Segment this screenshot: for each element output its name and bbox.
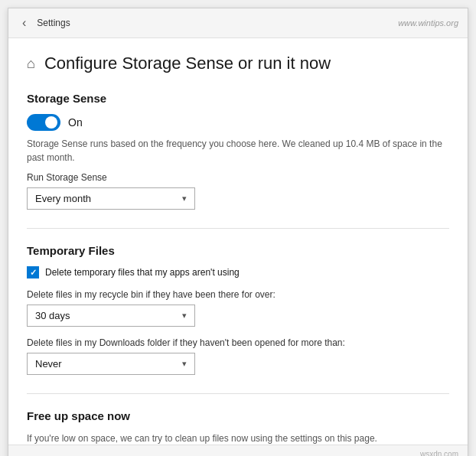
run-frequency-chevron: ▾ — [182, 194, 187, 204]
downloads-label: Delete files in my Downloads folder if t… — [27, 337, 449, 348]
recycle-bin-value: 30 days — [35, 310, 70, 321]
watermark-top: www.wintips.org — [398, 18, 458, 28]
temporary-files-title: Temporary Files — [27, 244, 449, 257]
divider-1 — [27, 228, 449, 229]
title-bar-text: Settings — [37, 18, 70, 28]
toggle-row: On — [27, 114, 449, 131]
toggle-thumb — [45, 116, 57, 129]
downloads-chevron: ▾ — [182, 359, 187, 369]
back-button[interactable]: ‹ — [18, 15, 31, 31]
page-title: Configure Storage Sense or run it now — [44, 54, 331, 73]
delete-temp-files-row: ✓ Delete temporary files that my apps ar… — [27, 266, 449, 278]
run-storage-sense-label: Run Storage Sense — [27, 172, 449, 183]
downloads-dropdown[interactable]: Never ▾ — [27, 353, 195, 375]
bottom-watermark: wsxdn.com — [420, 450, 458, 456]
run-frequency-dropdown[interactable]: Every month ▾ — [27, 187, 195, 210]
free-up-space-section: Free up space now If you're low on space… — [27, 409, 449, 445]
downloads-value: Never — [35, 358, 62, 370]
storage-sense-toggle[interactable] — [27, 114, 60, 131]
checkmark-icon: ✓ — [30, 268, 37, 278]
title-bar: ‹ Settings www.wintips.org — [8, 8, 468, 38]
recycle-bin-dropdown[interactable]: 30 days ▾ — [27, 305, 195, 327]
free-up-space-title: Free up space now — [27, 409, 449, 422]
storage-sense-section: Storage Sense On Storage Sense runs base… — [27, 92, 449, 210]
home-icon[interactable]: ⌂ — [27, 56, 35, 72]
page-header: ⌂ Configure Storage Sense or run it now — [27, 54, 449, 73]
main-content: ⌂ Configure Storage Sense or run it now … — [8, 38, 468, 445]
storage-sense-title: Storage Sense — [27, 92, 449, 105]
toggle-label: On — [68, 116, 83, 129]
divider-2 — [27, 393, 449, 394]
run-frequency-value: Every month — [35, 193, 91, 204]
recycle-bin-chevron: ▾ — [182, 311, 187, 321]
recycle-bin-label: Delete files in my recycle bin if they h… — [27, 289, 449, 300]
temporary-files-section: Temporary Files ✓ Delete temporary files… — [27, 244, 449, 375]
free-up-space-description: If you're low on space, we can try to cl… — [27, 432, 449, 445]
settings-window: ‹ Settings www.wintips.org ⌂ Configure S… — [8, 8, 468, 456]
bottom-bar: wsxdn.com — [8, 445, 468, 456]
delete-temp-files-checkbox[interactable]: ✓ — [27, 266, 39, 278]
delete-temp-files-label: Delete temporary files that my apps aren… — [45, 267, 240, 278]
storage-sense-description: Storage Sense runs based on the frequenc… — [27, 137, 449, 164]
